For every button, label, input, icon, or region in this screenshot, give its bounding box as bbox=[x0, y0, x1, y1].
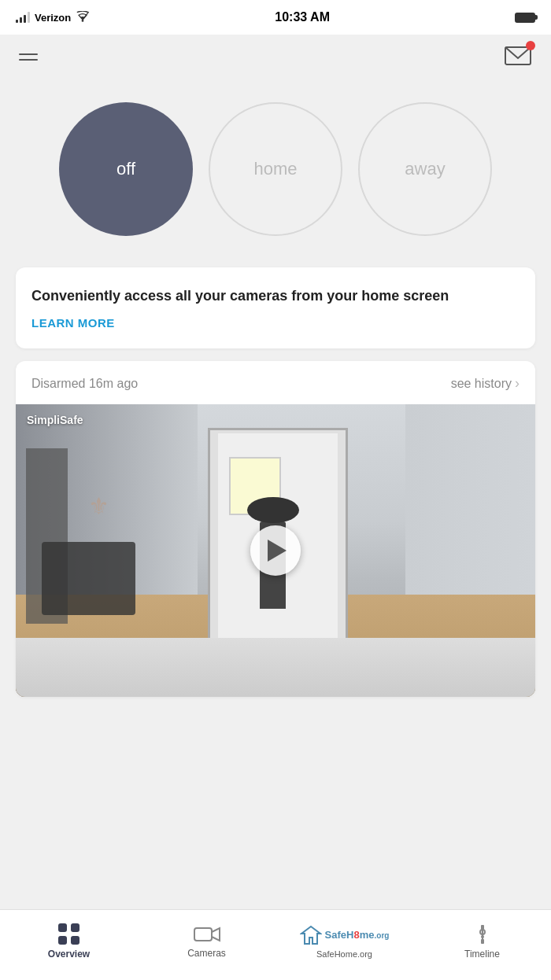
play-triangle-icon bbox=[268, 540, 287, 562]
mode-off-button[interactable]: off bbox=[59, 102, 193, 236]
overview-icon bbox=[58, 923, 80, 945]
cameras-icon bbox=[194, 924, 220, 945]
mode-away-button[interactable]: away bbox=[358, 102, 492, 236]
grid-dot bbox=[71, 936, 80, 945]
svg-point-0 bbox=[82, 20, 84, 22]
play-button[interactable] bbox=[250, 525, 301, 576]
svg-marker-3 bbox=[301, 927, 320, 944]
video-thumbnail[interactable]: ⚜ SimpliSafe bbox=[16, 404, 535, 696]
video-watermark: SimpliSafe bbox=[27, 414, 83, 426]
safehome-brand-text: SafeH8me.org bbox=[325, 929, 390, 941]
battery-icon bbox=[515, 13, 535, 23]
status-right bbox=[515, 13, 535, 23]
see-history-button[interactable]: see history › bbox=[451, 375, 520, 392]
status-bar: Verizon 10:33 AM bbox=[0, 0, 551, 35]
carrier-label: Verizon bbox=[35, 12, 71, 24]
see-history-label: see history bbox=[451, 377, 512, 391]
grid-dot bbox=[58, 923, 67, 932]
svg-point-8 bbox=[481, 935, 484, 938]
wifi-icon bbox=[76, 11, 90, 24]
learn-more-link[interactable]: LEARN MORE bbox=[31, 316, 520, 330]
top-nav bbox=[0, 35, 551, 79]
nav-item-safehome[interactable]: SafeH8me.org SafeHome.org bbox=[276, 924, 413, 959]
grid-dot bbox=[71, 923, 80, 932]
bottom-nav: Overview Cameras SafeH8me.org SafeHome.o… bbox=[0, 909, 551, 980]
nav-label-cameras: Cameras bbox=[187, 948, 226, 959]
hamburger-line bbox=[19, 59, 38, 61]
bed bbox=[16, 638, 535, 696]
mode-home-button[interactable]: home bbox=[209, 102, 342, 236]
grid-icon bbox=[58, 923, 80, 945]
svg-rect-5 bbox=[481, 939, 484, 944]
mail-notification-badge bbox=[526, 41, 535, 50]
history-card: Disarmed 16m ago see history › bbox=[16, 361, 535, 696]
person-head bbox=[247, 497, 299, 523]
nav-label-timeline: Timeline bbox=[464, 949, 500, 960]
stroller bbox=[42, 542, 135, 615]
signal-icon bbox=[16, 12, 30, 23]
safehome-icon: SafeH8me.org bbox=[300, 924, 390, 946]
nav-item-cameras[interactable]: Cameras bbox=[138, 924, 276, 959]
mail-button[interactable] bbox=[504, 44, 532, 69]
nav-item-timeline[interactable]: Timeline bbox=[413, 923, 551, 960]
camera-banner-title: Conveniently access all your cameras fro… bbox=[31, 286, 520, 305]
svg-rect-2 bbox=[194, 928, 212, 941]
nav-label-safehome: SafeHome.org bbox=[316, 949, 372, 959]
menu-button[interactable] bbox=[19, 53, 38, 61]
chevron-right-icon: › bbox=[515, 375, 520, 392]
wall-decor: ⚜ bbox=[88, 492, 109, 520]
timeline-icon bbox=[471, 923, 494, 945]
status-time: 10:33 AM bbox=[275, 10, 330, 24]
history-status-text: Disarmed 16m ago bbox=[31, 377, 138, 391]
nav-label-overview: Overview bbox=[48, 949, 90, 960]
history-header: Disarmed 16m ago see history › bbox=[16, 361, 535, 404]
camera-banner: Conveniently access all your cameras fro… bbox=[16, 267, 535, 348]
nav-item-overview[interactable]: Overview bbox=[0, 923, 138, 960]
status-left: Verizon bbox=[16, 11, 90, 24]
hamburger-line bbox=[19, 53, 38, 55]
grid-dot bbox=[58, 936, 67, 945]
main-content: Conveniently access all your cameras fro… bbox=[0, 267, 551, 776]
mode-selector: off home away bbox=[0, 79, 551, 267]
